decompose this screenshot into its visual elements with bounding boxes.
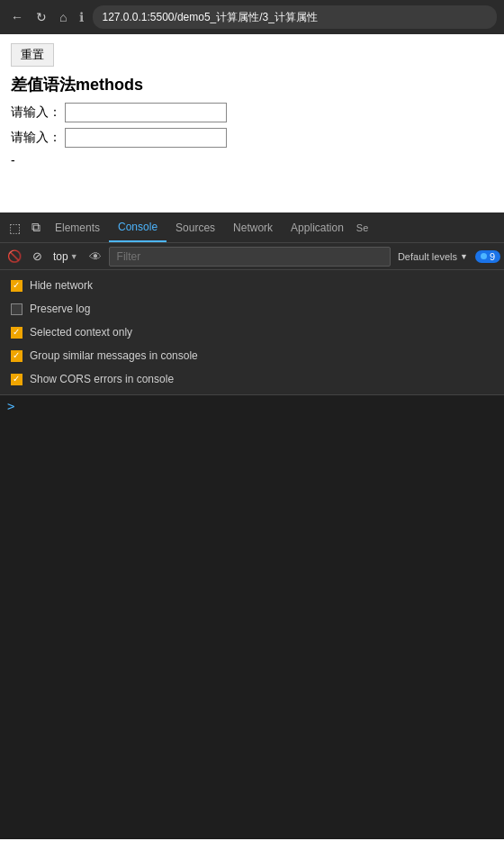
cors-errors-label: Show CORS errors in console bbox=[30, 373, 174, 385]
back-button[interactable]: ← bbox=[7, 8, 27, 26]
reload-button[interactable]: ↻ bbox=[32, 8, 50, 26]
default-levels-label: Default levels bbox=[398, 251, 457, 262]
eye-icon[interactable]: 👁 bbox=[86, 248, 105, 266]
levels-arrow-icon: ▼ bbox=[460, 252, 468, 261]
preserve-log-checkbox[interactable] bbox=[11, 303, 22, 315]
top-label: top bbox=[53, 250, 68, 263]
badge-count: 9 bbox=[490, 251, 495, 262]
devtools-device-icon[interactable]: ⧉ bbox=[26, 216, 46, 239]
tab-elements[interactable]: Elements bbox=[46, 214, 109, 241]
selected-context-label: Selected context only bbox=[30, 326, 132, 339]
info-icon: ℹ bbox=[76, 8, 87, 26]
input2-label: 请输入： bbox=[11, 130, 61, 146]
browser-toolbar: ← ↻ ⌂ ℹ bbox=[0, 0, 504, 34]
devtools-select-icon[interactable]: ⬚ bbox=[4, 217, 26, 239]
input1-label: 请输入： bbox=[11, 104, 61, 121]
page-content: 重置 差值语法methods 请输入： 请输入： - bbox=[0, 34, 504, 213]
reset-button[interactable]: 重置 bbox=[11, 43, 54, 67]
option-row-preserve-log: Preserve log bbox=[11, 299, 493, 319]
error-badge: 9 bbox=[475, 250, 500, 263]
console-toolbar: 🚫 ⊘ top ▼ 👁 Default levels ▼ 9 bbox=[0, 243, 504, 270]
option-row-hide-network: Hide network bbox=[11, 276, 493, 295]
input-row-2: 请输入： bbox=[11, 128, 493, 148]
console-prompt: > bbox=[7, 399, 14, 413]
group-similar-label: Group similar messages in console bbox=[30, 349, 198, 362]
default-levels-selector[interactable]: Default levels ▼ bbox=[394, 249, 472, 264]
context-arrow-icon: ▼ bbox=[70, 252, 78, 261]
input2-field[interactable] bbox=[65, 128, 227, 148]
tab-network[interactable]: Network bbox=[224, 214, 282, 241]
address-bar[interactable] bbox=[93, 5, 497, 29]
devtools-tab-bar: ⬚ ⧉ Elements Console Sources Network App… bbox=[0, 213, 504, 243]
hide-network-checkbox[interactable] bbox=[11, 280, 22, 292]
input1-field[interactable] bbox=[65, 103, 227, 122]
clear-console-button[interactable]: 🚫 bbox=[4, 248, 25, 265]
preserve-log-label: Preserve log bbox=[30, 303, 90, 315]
ban-icon[interactable]: ⊘ bbox=[29, 248, 46, 265]
filter-input[interactable] bbox=[109, 247, 391, 267]
page-title: 差值语法methods bbox=[11, 74, 493, 95]
tab-console[interactable]: Console bbox=[109, 213, 166, 242]
console-options-panel: Hide network Preserve log Selected conte… bbox=[0, 270, 504, 395]
devtools-panel: ⬚ ⧉ Elements Console Sources Network App… bbox=[0, 213, 504, 839]
selected-context-checkbox[interactable] bbox=[11, 327, 22, 339]
cors-errors-checkbox[interactable] bbox=[11, 374, 22, 385]
option-row-cors-errors: Show CORS errors in console bbox=[11, 369, 493, 389]
tab-more-label: Se bbox=[353, 215, 372, 240]
hide-network-label: Hide network bbox=[30, 279, 93, 292]
option-row-group-similar: Group similar messages in console bbox=[11, 346, 493, 366]
tab-sources[interactable]: Sources bbox=[166, 214, 224, 241]
tab-application[interactable]: Application bbox=[282, 214, 353, 241]
group-similar-checkbox[interactable] bbox=[11, 350, 22, 362]
context-selector[interactable]: top ▼ bbox=[50, 249, 82, 265]
input-row-1: 请输入： bbox=[11, 103, 493, 122]
dash-text: - bbox=[11, 153, 493, 167]
option-row-selected-context: Selected context only bbox=[11, 322, 493, 342]
console-body[interactable]: > bbox=[0, 395, 504, 839]
home-button[interactable]: ⌂ bbox=[56, 8, 70, 26]
badge-dot-icon bbox=[481, 253, 487, 259]
